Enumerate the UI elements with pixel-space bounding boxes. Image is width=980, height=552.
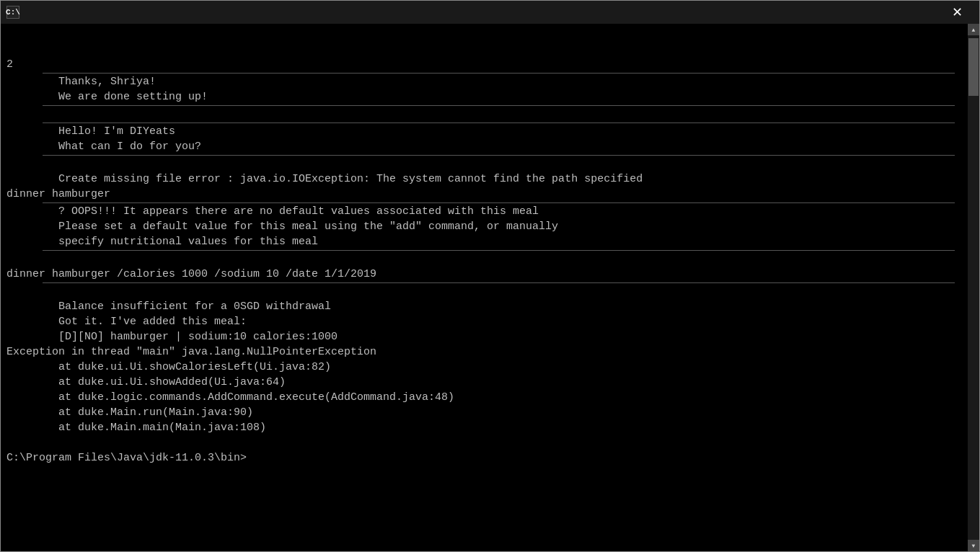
- separator: [43, 202, 955, 203]
- output-line: Got it. I've added this meal:: [6, 314, 962, 329]
- output-line: Create missing file error : java.io.IOEx…: [6, 172, 962, 187]
- scrollbar-track: [968, 35, 979, 540]
- output-line: Please set a default value for this meal…: [6, 219, 962, 234]
- stack-trace-line: at duke.ui.Ui.showCaloriesLeft(Ui.java:8…: [6, 360, 962, 375]
- stack-trace-line: at duke.Main.main(Main.java:108): [6, 420, 962, 435]
- output-line: ? OOPS!!! It appears there are no defaul…: [6, 204, 962, 219]
- scroll-down-button[interactable]: ▼: [968, 540, 979, 551]
- title-bar: C:\ ✕: [1, 1, 979, 24]
- plain-line: Exception in thread "main" java.lang.Nul…: [6, 344, 962, 360]
- plain-line: dinner hamburger /calories 1000 /sodium …: [6, 267, 962, 282]
- stack-trace-line: at duke.Main.run(Main.java:90): [6, 405, 962, 420]
- prompt-line: C:\Program Files\Java\jdk-11.0.3\bin>: [6, 450, 962, 466]
- line-number: 2: [6, 57, 962, 72]
- output-line: Hello! I'm DIYeats: [6, 124, 962, 139]
- maximize-button[interactable]: [907, 1, 940, 24]
- minimize-button[interactable]: [874, 1, 907, 24]
- app-icon: C:\: [6, 6, 19, 19]
- blank-line: [6, 156, 962, 172]
- output-line: [D][NO] hamburger | sodium:10 calories:1…: [6, 329, 962, 344]
- close-button[interactable]: ✕: [940, 1, 974, 24]
- terminal-output[interactable]: 2 Thanks, Shriya! We are done setting up…: [1, 24, 968, 551]
- output-line: We are done setting up!: [6, 89, 962, 104]
- stack-trace-line: at duke.logic.commands.AddCommand.execut…: [6, 390, 962, 405]
- separator: [43, 250, 955, 251]
- blank-line: [6, 284, 962, 299]
- blank-line: [6, 251, 962, 267]
- blank-line: [6, 107, 962, 122]
- terminal-body: 2 Thanks, Shriya! We are done setting up…: [1, 24, 979, 551]
- stack-trace-line: at duke.ui.Ui.showAdded(Ui.java:64): [6, 375, 962, 390]
- blank-line: [6, 435, 962, 450]
- output-line: specify nutritional values for this meal: [6, 234, 962, 249]
- scroll-up-button[interactable]: ▲: [968, 24, 979, 35]
- app-icon-label: C:\: [6, 8, 20, 17]
- scrollbar[interactable]: ▲ ▼: [968, 24, 979, 551]
- separator: [43, 105, 955, 106]
- output-line: Thanks, Shriya!: [6, 74, 962, 89]
- output-line: What can I do for you?: [6, 139, 962, 154]
- output-line: Balance insufficient for a 0SGD withdraw…: [6, 299, 962, 314]
- plain-line: dinner hamburger: [6, 187, 962, 202]
- separator: [43, 282, 955, 283]
- command-prompt-window: C:\ ✕ 2 Thanks, Shriya! We are done sett…: [0, 0, 980, 552]
- separator: [43, 73, 955, 74]
- separator: [43, 155, 955, 156]
- separator: [43, 123, 955, 123]
- scrollbar-thumb[interactable]: [968, 38, 979, 96]
- window-controls: ✕: [874, 1, 974, 24]
